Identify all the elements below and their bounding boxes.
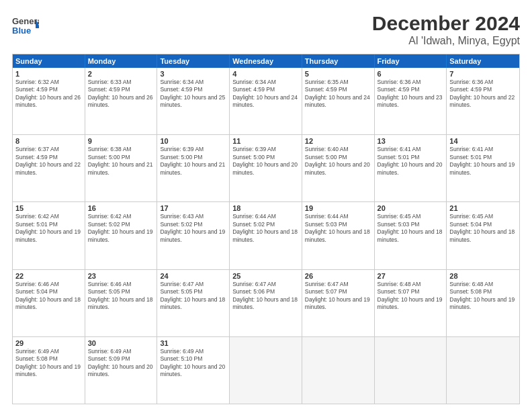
day-number: 16 <box>88 204 154 212</box>
calendar-row-2: 8Sunrise: 6:37 AMSunset: 4:59 PMDaylight… <box>13 134 519 201</box>
day-number: 27 <box>378 272 444 280</box>
calendar-cell: 28Sunrise: 6:48 AMSunset: 5:08 PMDayligh… <box>447 270 519 336</box>
day-number: 1 <box>15 70 82 78</box>
dow-friday: Friday <box>375 54 447 68</box>
calendar-cell: 21Sunrise: 6:45 AMSunset: 5:04 PMDayligh… <box>447 202 519 269</box>
calendar-cell: 18Sunrise: 6:44 AMSunset: 5:02 PMDayligh… <box>230 202 302 269</box>
cell-info: Sunrise: 6:36 AMSunset: 4:59 PMDaylight:… <box>378 79 443 108</box>
calendar-cell: 15Sunrise: 6:42 AMSunset: 5:01 PMDayligh… <box>13 202 85 269</box>
calendar-cell: 23Sunrise: 6:46 AMSunset: 5:05 PMDayligh… <box>85 270 158 336</box>
day-number: 7 <box>449 70 517 78</box>
cell-info: Sunrise: 6:49 AMSunset: 5:09 PMDaylight:… <box>88 348 153 377</box>
calendar-cell: 31Sunrise: 6:49 AMSunset: 5:10 PMDayligh… <box>157 337 230 404</box>
cell-info: Sunrise: 6:45 AMSunset: 5:03 PMDaylight:… <box>378 213 443 242</box>
svg-text:General: General <box>12 16 39 26</box>
day-number: 26 <box>305 272 371 280</box>
day-number: 20 <box>378 204 444 212</box>
location-title: Al 'Idwah, Minya, Egypt <box>372 35 520 47</box>
day-number: 31 <box>160 339 226 347</box>
cell-info: Sunrise: 6:48 AMSunset: 5:07 PMDaylight:… <box>378 281 443 310</box>
calendar-cell: 20Sunrise: 6:45 AMSunset: 5:03 PMDayligh… <box>375 202 447 269</box>
cell-info: Sunrise: 6:48 AMSunset: 5:08 PMDaylight:… <box>449 281 515 310</box>
cell-info: Sunrise: 6:44 AMSunset: 5:03 PMDaylight:… <box>305 213 370 242</box>
cell-info: Sunrise: 6:34 AMSunset: 4:59 PMDaylight:… <box>232 79 298 108</box>
calendar-cell: 4Sunrise: 6:34 AMSunset: 4:59 PMDaylight… <box>230 68 302 134</box>
day-number: 23 <box>88 272 154 280</box>
cell-info: Sunrise: 6:47 AMSunset: 5:05 PMDaylight:… <box>160 281 225 310</box>
calendar-cell: 19Sunrise: 6:44 AMSunset: 5:03 PMDayligh… <box>302 202 375 269</box>
calendar-row-5: 29Sunrise: 6:49 AMSunset: 5:08 PMDayligh… <box>13 336 519 404</box>
calendar-cell: 9Sunrise: 6:38 AMSunset: 5:00 PMDaylight… <box>85 135 158 201</box>
logo-icon: General Blue <box>12 12 39 39</box>
calendar-cell: 24Sunrise: 6:47 AMSunset: 5:05 PMDayligh… <box>157 270 230 336</box>
calendar-row-3: 15Sunrise: 6:42 AMSunset: 5:01 PMDayligh… <box>13 201 519 269</box>
cell-info: Sunrise: 6:49 AMSunset: 5:08 PMDaylight:… <box>15 348 81 377</box>
day-number: 4 <box>232 70 299 78</box>
day-number: 3 <box>160 70 226 78</box>
day-number: 9 <box>88 137 154 145</box>
calendar-cell <box>230 337 302 404</box>
page: General Blue December 2024 Al 'Idwah, Mi… <box>0 0 532 411</box>
calendar-cell: 5Sunrise: 6:35 AMSunset: 4:59 PMDaylight… <box>302 68 375 134</box>
calendar-cell: 22Sunrise: 6:46 AMSunset: 5:04 PMDayligh… <box>13 270 85 336</box>
cell-info: Sunrise: 6:36 AMSunset: 4:59 PMDaylight:… <box>449 79 515 108</box>
cell-info: Sunrise: 6:39 AMSunset: 5:00 PMDaylight:… <box>232 146 298 175</box>
calendar-cell: 8Sunrise: 6:37 AMSunset: 4:59 PMDaylight… <box>13 135 85 201</box>
logo: General Blue <box>12 12 39 39</box>
calendar-cell: 25Sunrise: 6:47 AMSunset: 5:06 PMDayligh… <box>230 270 302 336</box>
cell-info: Sunrise: 6:38 AMSunset: 5:00 PMDaylight:… <box>88 146 153 175</box>
day-number: 12 <box>305 137 371 145</box>
day-number: 24 <box>160 272 226 280</box>
calendar-cell: 7Sunrise: 6:36 AMSunset: 4:59 PMDaylight… <box>447 68 519 134</box>
cell-info: Sunrise: 6:39 AMSunset: 5:00 PMDaylight:… <box>160 146 225 175</box>
dow-tuesday: Tuesday <box>157 54 230 68</box>
cell-info: Sunrise: 6:37 AMSunset: 4:59 PMDaylight:… <box>15 146 81 175</box>
cell-info: Sunrise: 6:35 AMSunset: 4:59 PMDaylight:… <box>305 79 370 108</box>
cell-info: Sunrise: 6:32 AMSunset: 4:59 PMDaylight:… <box>15 79 81 108</box>
svg-text:Blue: Blue <box>12 26 31 36</box>
calendar-row-4: 22Sunrise: 6:46 AMSunset: 5:04 PMDayligh… <box>13 269 519 336</box>
cell-info: Sunrise: 6:45 AMSunset: 5:04 PMDaylight:… <box>449 213 515 242</box>
cell-info: Sunrise: 6:41 AMSunset: 5:01 PMDaylight:… <box>378 146 443 175</box>
day-number: 30 <box>88 339 154 347</box>
cell-info: Sunrise: 6:41 AMSunset: 5:01 PMDaylight:… <box>449 146 515 175</box>
cell-info: Sunrise: 6:34 AMSunset: 4:59 PMDaylight:… <box>160 79 225 108</box>
calendar-cell: 17Sunrise: 6:43 AMSunset: 5:02 PMDayligh… <box>157 202 230 269</box>
day-number: 17 <box>160 204 226 212</box>
cell-info: Sunrise: 6:33 AMSunset: 4:59 PMDaylight:… <box>88 79 153 108</box>
calendar: Sunday Monday Tuesday Wednesday Thursday… <box>12 54 520 404</box>
cell-info: Sunrise: 6:42 AMSunset: 5:01 PMDaylight:… <box>15 213 81 242</box>
day-number: 18 <box>232 204 299 212</box>
day-number: 25 <box>232 272 299 280</box>
calendar-cell: 3Sunrise: 6:34 AMSunset: 4:59 PMDaylight… <box>157 68 230 134</box>
calendar-cell <box>447 337 519 404</box>
calendar-cell: 11Sunrise: 6:39 AMSunset: 5:00 PMDayligh… <box>230 135 302 201</box>
day-number: 6 <box>378 70 444 78</box>
cell-info: Sunrise: 6:42 AMSunset: 5:02 PMDaylight:… <box>88 213 153 242</box>
calendar-row-1: 1Sunrise: 6:32 AMSunset: 4:59 PMDaylight… <box>13 68 519 134</box>
cell-info: Sunrise: 6:47 AMSunset: 5:07 PMDaylight:… <box>305 281 370 310</box>
calendar-cell: 27Sunrise: 6:48 AMSunset: 5:07 PMDayligh… <box>375 270 447 336</box>
calendar-cell: 2Sunrise: 6:33 AMSunset: 4:59 PMDaylight… <box>85 68 158 134</box>
title-block: December 2024 Al 'Idwah, Minya, Egypt <box>372 12 520 47</box>
day-number: 2 <box>88 70 154 78</box>
calendar-cell <box>375 337 447 404</box>
month-title: December 2024 <box>372 12 520 35</box>
dow-sunday: Sunday <box>13 54 85 68</box>
dow-monday: Monday <box>85 54 158 68</box>
day-number: 11 <box>232 137 299 145</box>
calendar-cell: 14Sunrise: 6:41 AMSunset: 5:01 PMDayligh… <box>447 135 519 201</box>
cell-info: Sunrise: 6:46 AMSunset: 5:04 PMDaylight:… <box>15 281 81 310</box>
day-number: 29 <box>15 339 82 347</box>
calendar-cell: 10Sunrise: 6:39 AMSunset: 5:00 PMDayligh… <box>157 135 230 201</box>
calendar-body: 1Sunrise: 6:32 AMSunset: 4:59 PMDaylight… <box>13 68 519 404</box>
calendar-cell <box>302 337 375 404</box>
dow-thursday: Thursday <box>302 54 375 68</box>
day-number: 14 <box>449 137 517 145</box>
day-number: 10 <box>160 137 226 145</box>
calendar-cell: 29Sunrise: 6:49 AMSunset: 5:08 PMDayligh… <box>13 337 85 404</box>
cell-info: Sunrise: 6:40 AMSunset: 5:00 PMDaylight:… <box>305 146 370 175</box>
day-number: 28 <box>449 272 517 280</box>
day-number: 22 <box>15 272 82 280</box>
cell-info: Sunrise: 6:46 AMSunset: 5:05 PMDaylight:… <box>88 281 153 310</box>
